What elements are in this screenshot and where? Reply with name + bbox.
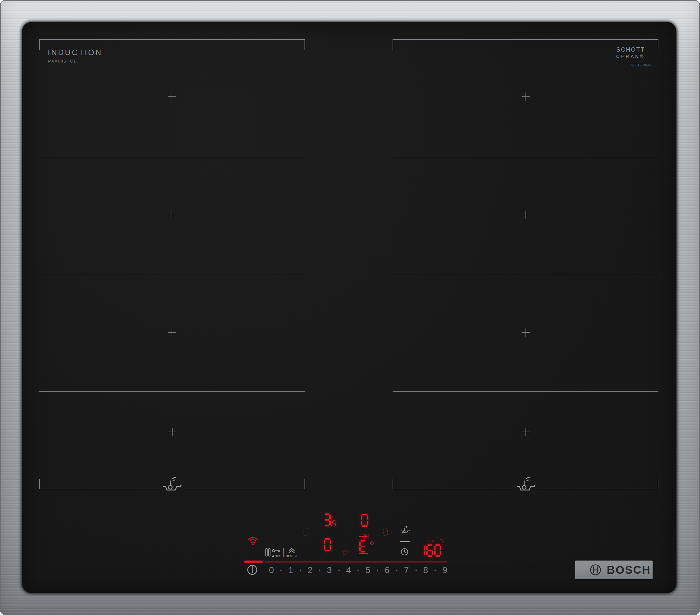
digit-key-0[interactable]: 0 xyxy=(269,565,274,575)
boost-label: BOOST xyxy=(286,554,297,558)
zone-right-divider-1 xyxy=(392,157,658,157)
zone-left-divider-2 xyxy=(39,274,305,274)
slider-head[interactable] xyxy=(244,561,263,563)
scale-dot xyxy=(319,569,320,571)
timer-unit-label: min-s xyxy=(425,539,434,542)
digit-key-4[interactable]: 4 xyxy=(346,565,351,575)
timer-display xyxy=(418,544,442,558)
plus-mark xyxy=(168,428,176,436)
zone-left-bottom-bracket-left xyxy=(39,479,160,489)
bosch-emblem-icon xyxy=(589,564,602,576)
plus-v-bar xyxy=(525,428,526,436)
zone-left-bottom-bracket-right xyxy=(185,479,305,489)
pan-sensor-icon xyxy=(161,475,183,493)
thermometer-icon xyxy=(370,536,374,545)
digit-key-1[interactable]: 1 xyxy=(288,565,293,575)
decimal-dot xyxy=(331,525,332,526)
power-icon xyxy=(247,564,258,575)
clock-timer-icon xyxy=(401,548,408,556)
plus-v-bar xyxy=(525,92,526,101)
zone-level-sub-display xyxy=(332,520,336,528)
pan-sensor-icon xyxy=(515,475,536,493)
boost-button[interactable]: BOOST xyxy=(286,548,297,558)
stainless-steel-frame: INDUCTION PXX645HC1 SCHOTT CERAN® 900177… xyxy=(0,0,700,615)
key-lock-button[interactable]: 4 sec xyxy=(272,548,281,558)
plus-mark xyxy=(522,92,530,101)
scale-dot xyxy=(358,569,359,571)
digit-key-3[interactable]: 3 xyxy=(327,565,332,575)
move-pan-indicator xyxy=(358,532,377,555)
key-hold-label: 4 sec xyxy=(272,554,281,558)
digit-key-2[interactable]: 2 xyxy=(308,565,313,575)
flex-zone-dashes-icon xyxy=(303,528,308,536)
bosch-badge: BOSCH xyxy=(575,561,653,579)
zone-left-divider-1 xyxy=(39,157,305,157)
scale-dot xyxy=(415,569,417,571)
flex-zone-dashes-icon xyxy=(383,528,388,536)
bosch-induction-cooktop: INDUCTION PXX645HC1 SCHOTT CERAN® 900177… xyxy=(0,0,700,615)
scale-dot xyxy=(280,569,282,571)
plus-v-bar xyxy=(172,428,173,436)
plus-mark xyxy=(168,329,176,337)
move-pan-arrow-icon xyxy=(359,533,370,540)
plus-mark xyxy=(168,92,176,101)
zone-left-top-bracket xyxy=(39,39,305,50)
scale-dot xyxy=(435,569,436,571)
zone-right-divider-3 xyxy=(392,391,658,392)
zone-right-top-bracket xyxy=(392,39,658,50)
power-level-scale[interactable]: 0 1 2 3 4 5 6 7 8 9 xyxy=(269,565,447,575)
move-pan-underline xyxy=(359,553,368,554)
scale-dot xyxy=(300,569,301,571)
scale-dot xyxy=(396,569,397,571)
plus-mark xyxy=(522,211,530,219)
zone-right-bottom-bracket-right xyxy=(538,479,658,489)
boost-chevrons-icon xyxy=(288,548,295,553)
plus-mark xyxy=(522,329,530,337)
digit-key-7[interactable]: 7 xyxy=(404,565,409,575)
pause-icon[interactable] xyxy=(265,548,271,558)
move-pan-char xyxy=(359,540,367,554)
zone-right-bottom-bracket-left xyxy=(392,479,514,489)
digit-key-9[interactable]: 9 xyxy=(442,565,447,575)
pan-sensor-small-icon xyxy=(400,525,411,536)
digit-key-5[interactable]: 5 xyxy=(365,565,370,575)
flex-zone-right xyxy=(392,39,658,489)
scale-dot xyxy=(338,569,340,571)
slider-track[interactable] xyxy=(264,562,447,562)
bosch-logo-text: BOSCH xyxy=(607,563,651,576)
plus-mark xyxy=(168,211,176,219)
power-button[interactable] xyxy=(247,564,258,577)
plus-mark xyxy=(522,428,530,436)
digit-key-8[interactable]: 8 xyxy=(423,565,428,575)
sensor-level-dash xyxy=(400,541,410,542)
plus-v-bar xyxy=(172,92,172,101)
zone-level-display xyxy=(324,538,332,552)
flex-zone-left xyxy=(39,39,305,489)
digit-key-6[interactable]: 6 xyxy=(385,565,390,575)
control-divider xyxy=(283,548,284,557)
clock-timer-button[interactable] xyxy=(401,548,408,557)
zone-left-divider-3 xyxy=(39,391,305,392)
plus-v-bar xyxy=(172,329,172,337)
scale-dot xyxy=(377,569,378,571)
zone-level-display xyxy=(361,514,370,528)
wifi-icon xyxy=(247,536,259,547)
plus-v-bar xyxy=(525,329,526,337)
star-icon: ☆ xyxy=(341,548,349,557)
key-lock-icon xyxy=(272,548,281,553)
plus-v-bar xyxy=(525,211,526,219)
plus-v-bar xyxy=(172,211,172,219)
zone-right-divider-2 xyxy=(392,274,658,274)
temp-unit-label: °C xyxy=(440,538,444,542)
